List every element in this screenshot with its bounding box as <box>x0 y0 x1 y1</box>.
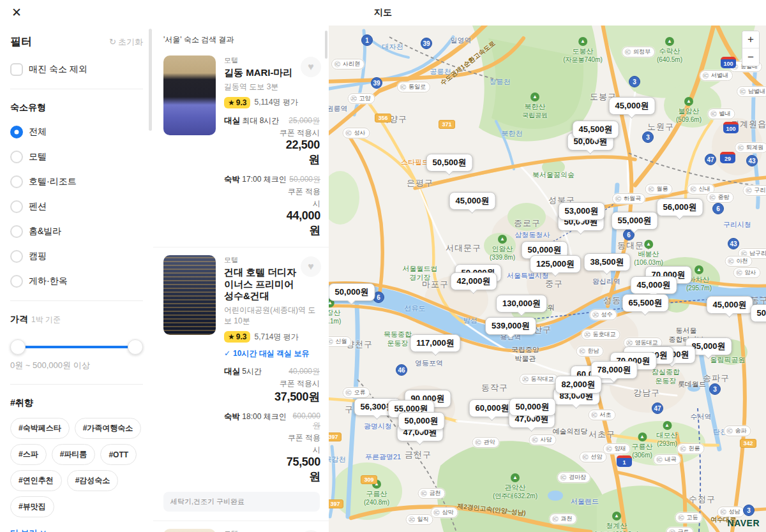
type-radio-label: 호텔·리조트 <box>29 176 77 188</box>
map-price-marker[interactable]: 50,000원 <box>329 283 375 301</box>
type-radio-option[interactable]: 호텔·리조트 <box>10 175 143 188</box>
map-price-marker[interactable]: 45,000원 <box>707 296 753 314</box>
daesil-label: 대실 <box>224 116 240 125</box>
map-price-marker[interactable]: 55,000원 <box>612 212 658 230</box>
radio-icon[interactable] <box>10 175 23 188</box>
map-price-markers: 50,000원45,500원45,000원50,500원45,000원50,00… <box>329 26 766 532</box>
daesil-notice: ✓10시간 대실 객실 보유 <box>224 348 320 359</box>
map-price-marker[interactable]: 45,000원 <box>449 192 496 210</box>
daesil-price: 22,500원 <box>286 138 320 166</box>
favorite-button[interactable]: ♥ <box>301 57 321 77</box>
star-icon: ★ <box>228 98 235 107</box>
heart-icon: ♥ <box>308 61 314 72</box>
review-count: 5,714명 평가 <box>254 332 298 343</box>
map-canvas[interactable]: 덕양구도봉구노원구퇴계원읍은평구성북구종로구동대문구서대문구중구마포구성동구강동… <box>329 26 766 532</box>
radio-icon[interactable] <box>10 126 23 138</box>
map-price-marker[interactable]: 125,000원 <box>530 255 581 273</box>
hotel-card[interactable]: 모텔 종로 K-World-종로 3가 종로3가역 도보 3분 ★9.4 6,2… <box>153 521 330 532</box>
price-slider-handle-min[interactable] <box>10 339 26 355</box>
original-price: 40,000원 <box>262 366 320 377</box>
sukbak-label: 숙박 <box>224 175 240 184</box>
type-radio-option[interactable]: 전체 <box>10 126 143 138</box>
taste-tag[interactable]: #숙박페스타 <box>10 418 70 439</box>
type-radio-label: 캠핑 <box>29 251 47 262</box>
radio-icon[interactable] <box>10 200 23 213</box>
type-radio-list: 전체 모텔 호텔·리조트 펜션 홈&빌라 <box>10 126 143 288</box>
radio-icon[interactable] <box>10 275 23 288</box>
map-price-marker[interactable]: 65,500원 <box>622 294 669 312</box>
top-bar: ✕ 지도 <box>0 0 766 26</box>
divider <box>10 89 143 89</box>
rating-badge: ★9.3 <box>224 97 250 108</box>
map-price-marker[interactable]: 50,000원 <box>751 304 766 322</box>
zoom-in-button[interactable]: + <box>742 31 759 48</box>
taste-tag[interactable]: #가족여행숙소 <box>75 418 142 439</box>
type-radio-option[interactable]: 홈&빌라 <box>10 225 143 238</box>
review-count: 5,114명 평가 <box>254 97 297 108</box>
hotel-photo <box>163 529 216 532</box>
hotel-distance: 어린이대공원(세종대)역 도보 10분 <box>224 305 320 327</box>
radio-icon[interactable] <box>10 250 23 263</box>
filter-sidebar: 필터 ↻초기화 매진 숙소 제외 숙소유형 전체 모텔 호텔·리조트 <box>0 26 153 532</box>
map-price-marker[interactable]: 50,000원 <box>509 398 556 416</box>
close-icon[interactable]: ✕ <box>9 5 24 20</box>
hotel-card[interactable]: 모텔 건대 호텔 더디자이너스 프리미어 성수&건대 어린이대공원(세종대)역 … <box>153 248 330 521</box>
map-price-marker[interactable]: 38,500원 <box>584 253 631 271</box>
results-scrollbar[interactable] <box>325 31 327 59</box>
divider <box>10 384 143 385</box>
search-results-panel: '서울' 숙소 검색 결과 모텔 길동 MARI-마리 길동역 도보 3분 ★9… <box>153 26 330 532</box>
sukbak-price: 75,500원 <box>287 455 320 483</box>
map-price-marker[interactable]: 539,000원 <box>485 317 536 335</box>
price-slider-handle-max[interactable] <box>128 339 143 355</box>
map-price-marker[interactable]: 45,000원 <box>609 97 656 115</box>
radio-icon[interactable] <box>10 225 23 238</box>
taste-tag-list: #숙박페스타#가족여행숙소#스파#파티룸#OTT#연인추천#감성숙소#뷰맛집 <box>10 418 143 517</box>
price-slider-track[interactable] <box>18 346 135 348</box>
map-price-marker[interactable]: 117,000원 <box>410 334 460 352</box>
taste-tag[interactable]: #연인추천 <box>10 470 62 491</box>
radio-icon[interactable] <box>10 151 23 163</box>
amenity-chip: 세탁기,건조기 구비완료 <box>163 492 320 512</box>
map-price-marker[interactable]: 82,000원 <box>555 376 602 394</box>
sukbak-label: 숙박 <box>224 412 240 421</box>
rating-badge: ★9.3 <box>224 331 250 343</box>
more-button[interactable]: 더 보기 ∨ <box>10 528 47 532</box>
type-radio-option[interactable]: 모텔 <box>10 151 143 163</box>
taste-tag[interactable]: #뷰맛집 <box>10 496 54 517</box>
type-radio-option[interactable]: 펜션 <box>10 200 143 213</box>
map-price-marker[interactable]: 45,000원 <box>631 276 677 294</box>
sidebar-scrollbar[interactable] <box>149 29 152 131</box>
original-price: 50,000원 <box>287 174 320 185</box>
taste-tag[interactable]: #OTT <box>100 444 137 465</box>
zoom-out-button[interactable]: − <box>742 48 759 66</box>
daesil-label: 대실 <box>224 367 240 376</box>
reset-button[interactable]: ↻초기화 <box>109 36 143 48</box>
filter-title: 필터 <box>10 34 32 49</box>
map-price-marker[interactable]: 130,000원 <box>496 295 547 313</box>
type-radio-label: 게하·한옥 <box>29 276 68 287</box>
page-title: 지도 <box>374 7 392 18</box>
taste-tag[interactable]: #파티룸 <box>52 444 96 465</box>
map-price-marker[interactable]: 45,500원 <box>573 121 619 138</box>
check-icon: ✓ <box>224 349 230 358</box>
heart-icon: ♥ <box>308 261 314 272</box>
map-price-marker[interactable]: 50,500원 <box>426 154 473 172</box>
map-price-marker[interactable]: 50,000원 <box>398 412 445 430</box>
soldout-filter-checkbox[interactable]: 매진 숙소 제외 <box>10 63 143 76</box>
map-price-marker[interactable]: 53,000원 <box>559 202 605 220</box>
type-radio-option[interactable]: 캠핑 <box>10 250 143 263</box>
type-radio-option[interactable]: 게하·한옥 <box>10 275 143 288</box>
checkbox-icon[interactable] <box>10 63 23 76</box>
type-radio-label: 전체 <box>29 126 47 138</box>
taste-tag[interactable]: #스파 <box>10 444 47 465</box>
map-price-marker[interactable]: 42,000원 <box>451 272 497 290</box>
map-price-marker[interactable]: 56,000원 <box>657 198 703 216</box>
results-header: '서울' 숙소 검색 결과 <box>153 26 330 48</box>
hotel-card[interactable]: 모텔 길동 MARI-마리 길동역 도보 3분 ★9.3 5,114명 평가 대… <box>153 48 330 248</box>
original-price: 600,000원 <box>287 411 320 431</box>
favorite-button[interactable]: ♥ <box>301 256 321 277</box>
price-slider[interactable] <box>11 339 142 355</box>
taste-tag[interactable]: #감성숙소 <box>67 470 119 491</box>
type-section-title: 숙소유형 <box>10 102 143 114</box>
type-radio-label: 펜션 <box>29 201 47 212</box>
